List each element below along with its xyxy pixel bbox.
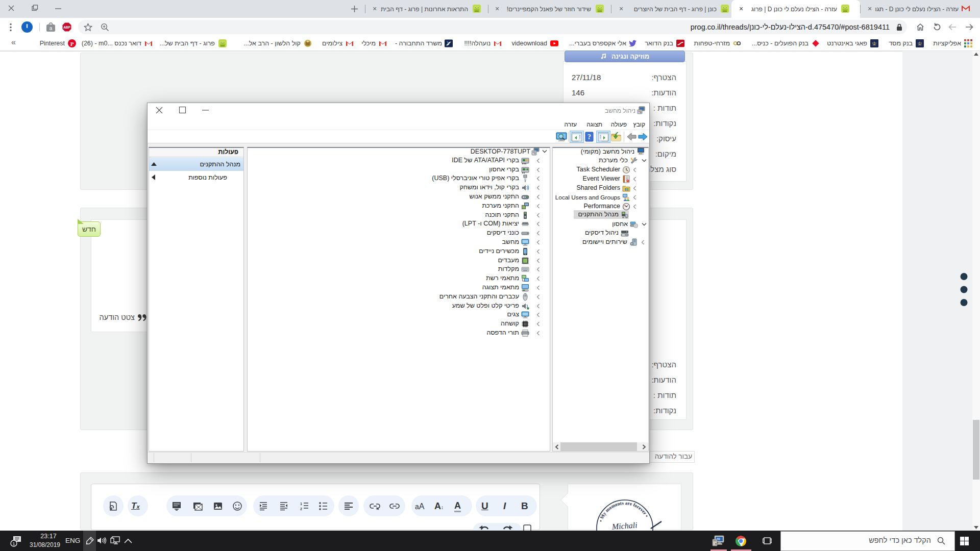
svg-text:Michali: Michali <box>611 520 638 531</box>
svg-text:a: a <box>50 26 53 31</box>
svg-text:ABP: ABP <box>63 26 70 29</box>
svg-text:1: 1 <box>12 541 15 546</box>
svg-text:?: ? <box>587 133 591 141</box>
svg-text:2: 2 <box>300 507 302 511</box>
svg-text:1: 1 <box>300 502 302 506</box>
svg-text:P: P <box>70 41 74 47</box>
